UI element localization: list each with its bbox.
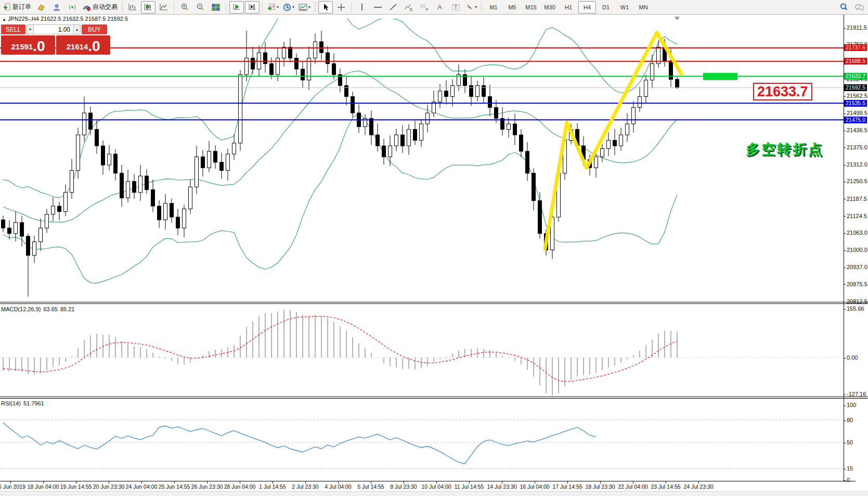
- template-button[interactable]: ▾: [297, 1, 312, 14]
- timeframe-M1[interactable]: M1: [485, 1, 502, 14]
- volume-increase-button[interactable]: ▲: [73, 24, 81, 34]
- macd-axis-tick: 0.00: [844, 354, 868, 361]
- profile-button[interactable]: [49, 1, 64, 14]
- text-button[interactable]: A: [433, 1, 447, 14]
- chart-window[interactable]: ▲JPN225-,H4 21622.5 21632.5 21587.5 2159…: [0, 15, 868, 496]
- vertical-line-button[interactable]: [355, 1, 369, 14]
- svg-text:A: A: [437, 3, 442, 11]
- axis-tick: 21000.0: [844, 247, 868, 253]
- horizontal-scrollbar[interactable]: [0, 491, 868, 496]
- timeframe-M5[interactable]: M5: [503, 1, 521, 14]
- time-label: 22 Jul 04:00: [618, 484, 647, 490]
- volume-input[interactable]: [34, 24, 73, 34]
- time-label: 18 Jun 04:00: [28, 484, 59, 490]
- toolbar-separator: [262, 2, 263, 12]
- timeframe-W1[interactable]: W1: [616, 1, 633, 14]
- price-level-badge: 21737.6: [844, 44, 867, 51]
- horizontal-line-button[interactable]: [370, 1, 385, 14]
- volume-decrease-button[interactable]: ▼: [27, 24, 34, 34]
- sell-button[interactable]: SELL: [1, 24, 25, 34]
- price-chart-canvas[interactable]: [0, 15, 868, 496]
- time-label: 24 Jun 04:00: [126, 484, 158, 490]
- timeframe-H4[interactable]: H4: [578, 1, 596, 14]
- line-chart-button[interactable]: [157, 1, 171, 14]
- price-annotation-box[interactable]: 21633.7: [753, 83, 812, 100]
- crosshair-button[interactable]: [334, 1, 348, 14]
- new-order-button[interactable]: 新订单: [2, 1, 33, 14]
- chat-button[interactable]: [852, 1, 866, 14]
- search-button[interactable]: [836, 1, 851, 14]
- timeframe-MN[interactable]: MN: [634, 1, 652, 14]
- timeframe-M15[interactable]: M15: [522, 1, 540, 14]
- axis-tick: 20875.5: [844, 281, 868, 287]
- search-icon: [839, 3, 848, 11]
- channel-button[interactable]: E: [401, 1, 416, 14]
- time-label: 17 Jul 14:55: [552, 484, 582, 490]
- add-indicator-button[interactable]: ▾: [266, 1, 280, 14]
- tile-windows-button[interactable]: [209, 1, 223, 14]
- bar-chart-button[interactable]: [125, 1, 140, 14]
- zoom-out-button[interactable]: [193, 1, 208, 14]
- autotrading-label: 自动交易: [93, 3, 118, 11]
- periods-button[interactable]: ▾: [281, 1, 296, 14]
- candlestick-button[interactable]: [141, 1, 156, 14]
- toolbar-separator: [226, 2, 227, 12]
- buy-price-button[interactable]: 21614 .0: [56, 35, 110, 55]
- time-label: 28 Jun 04:00: [224, 484, 256, 490]
- axis-tick: 21250.5: [844, 178, 868, 184]
- fibonacci-button[interactable]: F: [417, 1, 432, 14]
- price-axis[interactable]: 21811.521750.021688.521624.021562.521499…: [844, 15, 868, 496]
- chart-icon: ▲: [2, 17, 6, 22]
- chart-shift-marker[interactable]: [675, 17, 680, 20]
- axis-tick: 21312.0: [844, 161, 868, 168]
- chart-shift-button[interactable]: [245, 1, 260, 14]
- auto-scroll-button[interactable]: [229, 1, 244, 14]
- price-level-badge: 21633.7: [844, 73, 867, 80]
- one-click-trading-panel: SELL ▼ ▲ BUY 21591 .0 21614 .0: [1, 24, 111, 55]
- rsi-axis-tick: 50: [844, 439, 868, 446]
- toolbar-grip: [314, 2, 316, 12]
- text-label-button[interactable]: T: [448, 1, 463, 14]
- arrows-icon: [465, 3, 474, 11]
- market-watch-button[interactable]: [34, 1, 48, 14]
- line-chart-icon: [160, 3, 168, 11]
- autotrading-button[interactable]: 自动交易: [81, 1, 119, 14]
- price-level-badge: 21592.5: [844, 84, 867, 91]
- time-label: 10 Jul 04:00: [421, 484, 451, 490]
- symbol-info: ▲JPN225-,H4 21622.5 21632.5 21587.5 2159…: [2, 16, 128, 22]
- price-level-badge: 21535.5: [844, 100, 867, 107]
- market-watch-icon: [37, 4, 45, 11]
- signal-button[interactable]: [65, 1, 80, 14]
- sell-price-button[interactable]: 21591 .0: [1, 35, 55, 55]
- axis-tick: 21124.5: [844, 213, 868, 219]
- time-label: 18 Jul 23:30: [585, 484, 615, 490]
- candlestick-icon: [144, 3, 152, 11]
- fibonacci-icon: F: [420, 3, 429, 11]
- arrows-button[interactable]: ▾: [464, 1, 478, 14]
- autotrading-icon: [82, 4, 91, 11]
- rsi-axis-tick: 80: [844, 417, 868, 423]
- cursor-button[interactable]: [318, 1, 333, 14]
- trendline-icon: [389, 3, 397, 11]
- timeframe-H1[interactable]: H1: [560, 1, 577, 14]
- timeframe-D1[interactable]: D1: [597, 1, 615, 14]
- trendline-button[interactable]: [386, 1, 400, 14]
- text-icon: A: [436, 3, 444, 11]
- toolbar-separator: [174, 2, 175, 12]
- periods-clock-icon: [283, 3, 291, 11]
- timeframe-M30[interactable]: M30: [541, 1, 559, 14]
- time-axis[interactable]: 16 Jun 201918 Jun 04:0019 Jun 14:5520 Ju…: [0, 481, 844, 491]
- horizontal-line-icon: [373, 4, 382, 11]
- chart-shift-icon: [248, 3, 256, 11]
- axis-tick: 21499.5: [844, 110, 868, 116]
- buy-button[interactable]: BUY: [82, 24, 107, 34]
- time-label: 24 Jul 23:30: [683, 484, 713, 490]
- zoom-in-button[interactable]: [177, 1, 192, 14]
- cursor-icon: [322, 3, 329, 11]
- axis-tick: 21436.5: [844, 127, 868, 133]
- auto-scroll-icon: [232, 3, 241, 11]
- buy-price: 21614: [66, 40, 88, 54]
- time-label: 16 Jun 2019: [0, 484, 25, 490]
- axis-tick: 21187.5: [844, 196, 868, 202]
- turning-point-annotation: 多空转折点: [746, 140, 824, 159]
